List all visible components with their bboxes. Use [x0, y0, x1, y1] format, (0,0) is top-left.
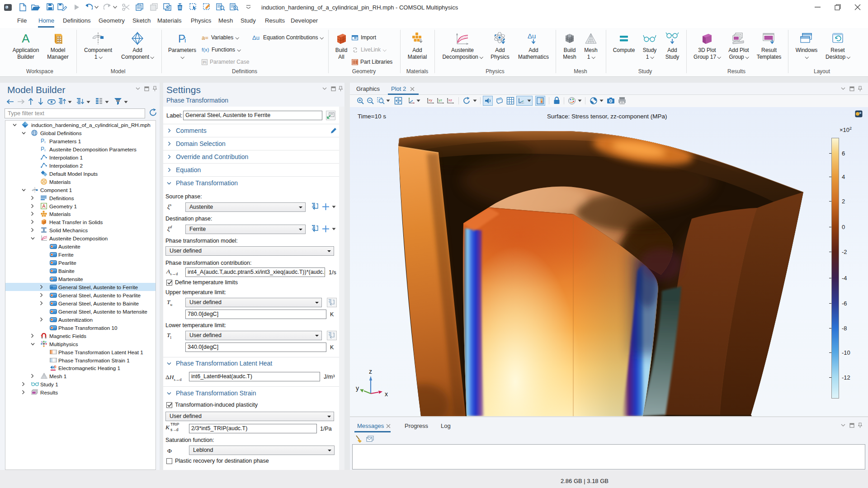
svg-text:A: A [22, 32, 30, 45]
svg-text:i: i [45, 148, 46, 152]
svg-text:P: P [41, 138, 44, 144]
svg-text:x: x [385, 390, 388, 396]
svg-text:Δu: Δu [528, 32, 536, 40]
svg-text:a=: a= [202, 35, 208, 40]
svg-text:f(x): f(x) [202, 47, 209, 52]
svg-text:Pi: Pi [203, 60, 207, 65]
svg-text:z: z [369, 368, 372, 375]
svg-text:xy: xy [429, 98, 432, 102]
svg-text:A: A [42, 203, 46, 209]
svg-text:i: i [45, 140, 46, 144]
svg-text:Δu: Δu [252, 35, 259, 41]
svg-text:yz: yz [439, 98, 442, 102]
svg-text:xz: xz [448, 98, 452, 102]
svg-text:i: i [184, 36, 186, 44]
svg-text:+: + [41, 334, 42, 337]
svg-text:P: P [41, 146, 44, 152]
svg-text:y: y [356, 385, 359, 392]
